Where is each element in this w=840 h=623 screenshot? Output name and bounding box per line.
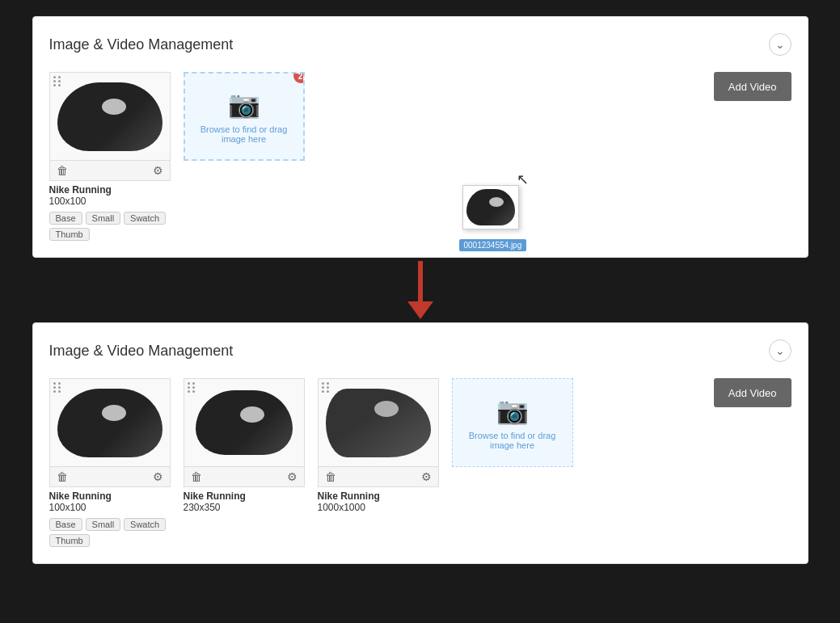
tag-swatch-1: Swatch bbox=[124, 212, 166, 225]
camera-icon-1: 📷 bbox=[228, 89, 260, 120]
image-thumbnail-1 bbox=[49, 72, 171, 161]
tag-base-2: Base bbox=[49, 518, 82, 531]
camera-icon-2: 📷 bbox=[496, 395, 529, 426]
drag-filename: 0001234554.jpg bbox=[459, 239, 527, 251]
tag-small-2: Small bbox=[86, 518, 121, 531]
image-size-2-1: 100x100 bbox=[49, 502, 171, 513]
collapse-button-2[interactable]: ⌄ bbox=[769, 339, 791, 362]
drag-preview: ↖ 0001234554.jpg bbox=[462, 185, 519, 229]
drag-handle-1[interactable] bbox=[53, 76, 61, 86]
images-row-1: 🗑 ⚙ Nike Running 100x100 Base Small Swat… bbox=[49, 72, 791, 241]
add-video-button-2[interactable]: Add Video bbox=[714, 378, 791, 407]
image-name-2-3: Nike Running bbox=[318, 490, 439, 502]
upload-card-2: 📷 Browse to find or drag image here bbox=[452, 378, 573, 467]
image-actions-2-3: 🗑 ⚙ bbox=[318, 467, 439, 487]
drag-handle-2-1[interactable] bbox=[53, 382, 61, 393]
drag-preview-shoe bbox=[466, 189, 515, 225]
delete-icon-2-1[interactable]: 🗑 bbox=[57, 470, 68, 483]
panel-title-1: Image & Video Management bbox=[49, 36, 234, 53]
image-actions-2-2: 🗑 ⚙ bbox=[184, 467, 305, 487]
settings-icon-2-2[interactable]: ⚙ bbox=[287, 470, 298, 483]
drag-preview-box: 0001234554.jpg bbox=[462, 185, 519, 229]
down-arrow bbox=[407, 261, 433, 319]
shoe-image-2-2 bbox=[196, 390, 293, 455]
image-thumbnail-2-2 bbox=[184, 378, 305, 467]
upload-badge: 2 bbox=[293, 72, 305, 83]
image-thumbnail-2-3 bbox=[318, 378, 439, 467]
delete-icon-2-3[interactable]: 🗑 bbox=[325, 470, 336, 483]
image-name-2-2: Nike Running bbox=[184, 490, 305, 502]
image-card-2-3: 🗑 ⚙ Nike Running 1000x1000 bbox=[318, 378, 439, 518]
panel-header-2: Image & Video Management ⌄ bbox=[49, 339, 791, 362]
panel-after: Image & Video Management ⌄ 🗑 ⚙ Nike Runn… bbox=[32, 322, 808, 564]
shoe-image-1 bbox=[57, 82, 163, 151]
shoe-image-2-1 bbox=[57, 389, 163, 457]
panel-before: Image & Video Management ⌄ 🗑 ⚙ Nike Runn… bbox=[32, 16, 808, 258]
image-actions-1: 🗑 ⚙ bbox=[49, 161, 171, 181]
image-card-2-2: 🗑 ⚙ Nike Running 230x350 bbox=[184, 378, 305, 518]
upload-box-2[interactable]: 📷 Browse to find or drag image here bbox=[452, 378, 573, 467]
images-row-2: 🗑 ⚙ Nike Running 100x100 Base Small Swat… bbox=[49, 378, 791, 547]
arrow-line bbox=[418, 261, 423, 301]
browse-text-2: Browse to find or drag image here bbox=[453, 431, 572, 450]
tags-2-1: Base Small Swatch Thumb bbox=[49, 518, 171, 547]
browse-text-1: Browse to find or drag image here bbox=[185, 124, 303, 144]
tag-base-1: Base bbox=[49, 212, 82, 225]
delete-icon-2-2[interactable]: 🗑 bbox=[191, 470, 202, 483]
tags-1: Base Small Swatch Thumb bbox=[49, 212, 171, 241]
panel-header-1: Image & Video Management ⌄ bbox=[49, 33, 791, 56]
image-card-1: 🗑 ⚙ Nike Running 100x100 Base Small Swat… bbox=[49, 72, 171, 241]
add-video-wrapper-1: Add Video bbox=[714, 72, 791, 101]
transition-arrow bbox=[407, 258, 433, 322]
add-video-button-1[interactable]: Add Video bbox=[714, 72, 791, 101]
collapse-button-1[interactable]: ⌄ bbox=[769, 33, 791, 56]
image-actions-2-1: 🗑 ⚙ bbox=[49, 467, 171, 487]
tag-thumb-2: Thumb bbox=[49, 534, 90, 547]
image-size-2-3: 1000x1000 bbox=[318, 502, 439, 513]
settings-icon-2-1[interactable]: ⚙ bbox=[153, 470, 163, 483]
settings-icon-1[interactable]: ⚙ bbox=[153, 164, 163, 177]
image-size-2-2: 230x350 bbox=[184, 502, 305, 513]
image-size-1: 100x100 bbox=[49, 196, 171, 207]
image-name-2-1: Nike Running bbox=[49, 490, 171, 502]
delete-icon-1[interactable]: 🗑 bbox=[57, 164, 68, 177]
panel-title-2: Image & Video Management bbox=[49, 343, 234, 360]
upload-card-1: 📷 Browse to find or drag image here 2 ↖ … bbox=[184, 72, 305, 161]
image-card-2-1: 🗑 ⚙ Nike Running 100x100 Base Small Swat… bbox=[49, 378, 171, 547]
add-video-wrapper-2: Add Video bbox=[714, 378, 791, 407]
image-thumbnail-2-1 bbox=[49, 378, 171, 467]
upload-box-1[interactable]: 📷 Browse to find or drag image here 2 bbox=[184, 72, 305, 161]
drag-handle-2-2[interactable] bbox=[188, 382, 196, 393]
tag-thumb-1: Thumb bbox=[49, 228, 90, 241]
shoe-image-2-3 bbox=[326, 389, 431, 457]
tag-small-1: Small bbox=[86, 212, 121, 225]
image-name-1: Nike Running bbox=[49, 184, 171, 196]
tag-swatch-2: Swatch bbox=[124, 518, 166, 531]
arrow-head bbox=[407, 301, 433, 319]
drag-handle-2-3[interactable] bbox=[322, 382, 330, 393]
settings-icon-2-3[interactable]: ⚙ bbox=[421, 470, 432, 483]
